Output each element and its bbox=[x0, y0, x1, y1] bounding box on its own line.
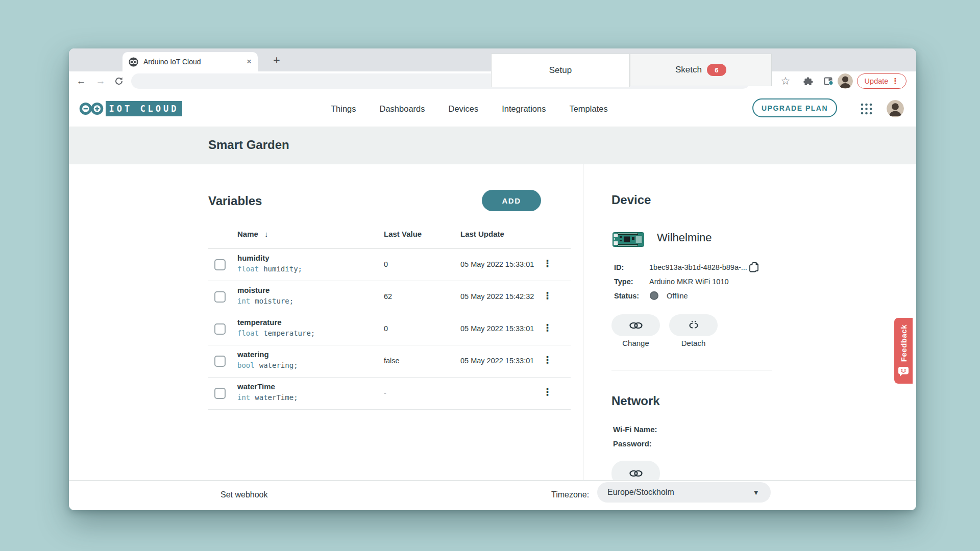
variable-last-value: 0 bbox=[384, 324, 388, 333]
sketch-badge: 6 bbox=[707, 64, 726, 76]
device-type-label: Type: bbox=[614, 278, 633, 286]
feedback-label: Feedback bbox=[899, 324, 908, 362]
row-menu-icon[interactable]: ⋮ bbox=[543, 387, 552, 398]
feedback-smiley-icon bbox=[898, 366, 909, 377]
set-webhook-link[interactable]: Set webhook bbox=[220, 490, 268, 499]
timezone-select[interactable]: Europe/Stockholm ▼ bbox=[597, 482, 771, 503]
variable-row: moisture intmoisture; 62 05 May 2022 15:… bbox=[208, 281, 571, 313]
browser-menu-icon[interactable]: ⋮ bbox=[891, 77, 899, 86]
change-device-button[interactable] bbox=[611, 314, 660, 336]
row-menu-icon[interactable]: ⋮ bbox=[543, 355, 552, 366]
copy-icon[interactable] bbox=[748, 261, 760, 276]
row-menu-icon[interactable]: ⋮ bbox=[543, 290, 552, 302]
tab-sketch[interactable]: Sketch 6 bbox=[630, 54, 772, 86]
iot-cloud-logo[interactable]: IOT CLOUD bbox=[106, 101, 182, 116]
app-header: IOT CLOUD Things Dashboards Devices Inte… bbox=[69, 91, 916, 127]
main-nav: Things Dashboards Devices Integrations T… bbox=[331, 91, 608, 127]
column-name[interactable]: Name ↓ bbox=[237, 230, 268, 238]
detach-device-button[interactable] bbox=[669, 314, 718, 336]
variable-declaration: boolwatering; bbox=[237, 361, 298, 369]
user-avatar[interactable] bbox=[887, 100, 904, 117]
row-menu-icon[interactable]: ⋮ bbox=[543, 322, 552, 334]
configure-network-button[interactable] bbox=[611, 461, 660, 480]
variable-row: humidity floathumidity; 0 05 May 2022 15… bbox=[208, 248, 571, 281]
variable-last-value: false bbox=[384, 357, 400, 365]
nav-things[interactable]: Things bbox=[331, 104, 356, 114]
device-status-label: Status: bbox=[614, 292, 639, 300]
setup-footer: Set webhook Timezone: Europe/Stockholm ▼ bbox=[69, 480, 916, 510]
row-menu-icon[interactable]: ⋮ bbox=[543, 258, 552, 270]
tab-close-icon[interactable]: × bbox=[247, 57, 252, 67]
extensions-puzzle-icon[interactable] bbox=[803, 76, 813, 88]
device-type-value: Arduino MKR WiFi 1010 bbox=[649, 278, 729, 286]
nav-devices[interactable]: Devices bbox=[449, 104, 479, 114]
arduino-favicon-icon bbox=[129, 57, 138, 67]
variable-row: watering boolwatering; false 05 May 2022… bbox=[208, 345, 571, 378]
wifi-name-label: Wi-Fi Name: bbox=[613, 425, 657, 434]
variable-last-update: 05 May 2022 15:33:01 bbox=[460, 357, 534, 365]
row-checkbox[interactable] bbox=[214, 356, 226, 367]
thing-header: Smart Garden bbox=[69, 127, 916, 164]
tab-title: Arduino IoT Cloud bbox=[143, 58, 247, 66]
new-tab-button[interactable]: + bbox=[269, 53, 284, 68]
upgrade-plan-button[interactable]: UPGRADE PLAN bbox=[752, 98, 837, 117]
thing-title: Smart Garden bbox=[208, 138, 289, 152]
nav-integrations[interactable]: Integrations bbox=[502, 104, 546, 114]
variable-name[interactable]: watering bbox=[237, 350, 269, 359]
device-status-value: Offline bbox=[667, 292, 688, 300]
network-heading: Network bbox=[611, 394, 660, 408]
variable-name[interactable]: moisture bbox=[237, 286, 270, 294]
update-button[interactable]: Update ⋮ bbox=[857, 73, 906, 89]
feedback-tab[interactable]: Feedback bbox=[894, 318, 913, 384]
timezone-label: Timezone: bbox=[551, 490, 589, 499]
row-checkbox[interactable] bbox=[214, 259, 226, 270]
bookmark-star-icon[interactable]: ☆ bbox=[778, 71, 793, 91]
change-label: Change bbox=[611, 339, 660, 347]
broken-link-icon bbox=[687, 320, 701, 331]
variable-last-value: - bbox=[384, 389, 386, 397]
arduino-logo-icon bbox=[79, 101, 104, 119]
setup-panel: Variables ADD Name ↓ Last Value Last Upd… bbox=[69, 164, 916, 480]
variable-last-update: 05 May 2022 15:33:01 bbox=[460, 260, 534, 268]
add-variable-button[interactable]: ADD bbox=[482, 190, 541, 211]
row-checkbox[interactable] bbox=[214, 323, 226, 335]
section-divider bbox=[611, 370, 772, 370]
variable-declaration: intwaterTime; bbox=[237, 393, 298, 402]
browser-tab[interactable]: Arduino IoT Cloud × bbox=[122, 52, 258, 71]
password-label: Password: bbox=[613, 439, 652, 448]
column-divider bbox=[583, 164, 583, 480]
variables-heading: Variables bbox=[208, 194, 262, 208]
device-id-label: ID: bbox=[614, 263, 624, 271]
forward-icon[interactable]: → bbox=[93, 71, 108, 91]
variable-last-update: 05 May 2022 15:42:32 bbox=[460, 292, 534, 300]
variable-declaration: floathumidity; bbox=[237, 265, 302, 273]
row-checkbox[interactable] bbox=[214, 388, 226, 399]
variable-name[interactable]: temperature bbox=[237, 318, 282, 327]
tab-sketch-label: Sketch bbox=[675, 65, 702, 75]
back-icon[interactable]: ← bbox=[74, 71, 88, 91]
apps-grid-icon[interactable] bbox=[860, 103, 873, 117]
variable-declaration: floattemperature; bbox=[237, 329, 315, 337]
browser-profile-avatar[interactable] bbox=[838, 73, 853, 89]
variable-row: waterTime intwaterTime; - ⋮ bbox=[208, 377, 571, 410]
nav-dashboards[interactable]: Dashboards bbox=[380, 104, 425, 114]
side-panel-icon[interactable] bbox=[823, 76, 834, 88]
tab-setup[interactable]: Setup bbox=[491, 54, 630, 87]
desktop: Arduino IoT Cloud × + ← → ☆ bbox=[0, 0, 980, 551]
reload-icon[interactable] bbox=[114, 76, 124, 88]
variables-table-header: Name ↓ Last Value Last Update bbox=[208, 230, 571, 249]
status-offline-dot bbox=[650, 291, 658, 300]
sort-desc-icon[interactable]: ↓ bbox=[264, 230, 268, 238]
nav-templates[interactable]: Templates bbox=[569, 104, 607, 114]
tab-setup-label: Setup bbox=[549, 65, 572, 76]
variable-name[interactable]: humidity bbox=[237, 254, 270, 262]
column-last-value: Last Value bbox=[384, 230, 422, 238]
variable-declaration: intmoisture; bbox=[237, 297, 293, 305]
row-checkbox[interactable] bbox=[214, 291, 226, 303]
variable-last-value: 62 bbox=[384, 292, 392, 300]
dropdown-caret-icon: ▼ bbox=[752, 488, 760, 496]
variable-row: temperature floattemperature; 0 05 May 2… bbox=[208, 313, 571, 345]
browser-window: Arduino IoT Cloud × + ← → ☆ bbox=[69, 48, 916, 510]
update-label: Update bbox=[865, 77, 889, 85]
variable-name[interactable]: waterTime bbox=[237, 382, 275, 391]
